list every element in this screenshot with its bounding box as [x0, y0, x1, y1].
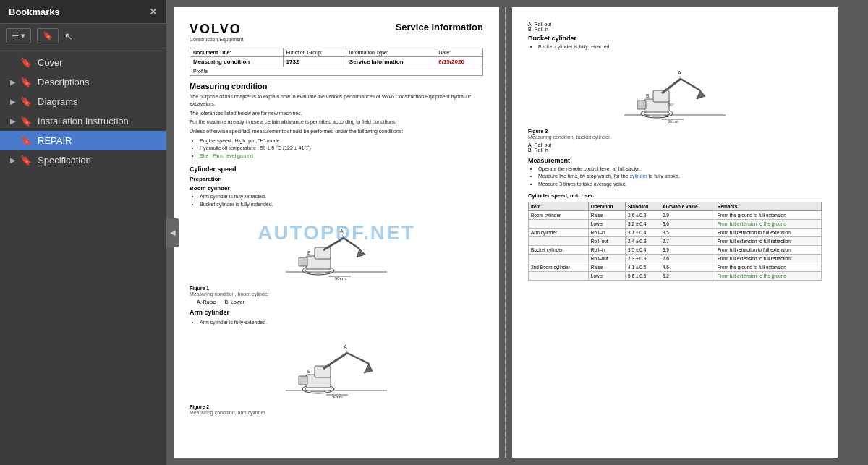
- svg-rect-4: [315, 247, 331, 259]
- cell-standard: 5.6 ± 0.6: [626, 272, 660, 281]
- svg-line-6: [344, 238, 359, 249]
- col-remarks: Remarks: [715, 202, 821, 211]
- bookmark-icon-repair: 🔖: [20, 135, 33, 146]
- measurement-title: Measurement: [528, 157, 822, 164]
- fig3-bottom-labels: A. Roll out B. Roll in: [528, 142, 822, 153]
- svg-text:A: A: [340, 229, 344, 234]
- page-divider: [505, 7, 506, 458]
- sidebar-label-repair: REPAIR: [38, 135, 72, 146]
- bookmark-button[interactable]: 🔖: [37, 28, 59, 43]
- table-body: Boom cylinder Raise 2.6 ± 0.3 2.9 From t…: [529, 211, 822, 281]
- volvo-sub: Construction Equipment: [190, 37, 244, 42]
- expand-arrow-diagrams: ▶: [10, 98, 20, 106]
- col-item: Item: [529, 202, 589, 211]
- measurement-bullets: Operate the remote control lever at full…: [538, 166, 822, 189]
- cell-operation: Raise: [588, 263, 625, 272]
- cell-standard: 3.1 ± 0.4: [626, 229, 660, 237]
- scroll-handle[interactable]: ◀: [166, 218, 179, 247]
- bookmark-icon-diagrams: 🔖: [20, 96, 33, 107]
- cell-item: Boom cylinder: [529, 211, 589, 220]
- page2-label-b: B. Roll in: [528, 27, 822, 32]
- cell-standard: 2.3 ± 0.3: [626, 255, 660, 263]
- sidebar-label-specification: Specification: [38, 155, 91, 166]
- list-icon: ☰: [12, 31, 19, 40]
- boom-bullet-2: Bucket cylinder is fully extended.: [200, 201, 483, 209]
- page2-top-labels: A. Roll out B. Roll in: [528, 22, 822, 32]
- sidebar-item-specification[interactable]: ▶ 🔖 Specification: [0, 150, 166, 170]
- cell-allowable: 3.6: [660, 220, 715, 229]
- expand-all-button[interactable]: ☰▾: [6, 28, 31, 43]
- bookmark-icon-installation: 🔖: [20, 116, 33, 127]
- condition-3: Site : Firm, level ground: [200, 153, 483, 161]
- boom-cylinder-title: Boom cylinder: [190, 185, 483, 192]
- sidebar-item-repair[interactable]: 🔖 REPAIR: [0, 131, 166, 150]
- expand-arrow-specification: ▶: [10, 156, 20, 164]
- pages-container[interactable]: AUTOPDF.NET VOLVO Construction Equipment…: [166, 0, 868, 465]
- close-icon[interactable]: ✕: [149, 6, 158, 17]
- cell-allowable: 6.2: [660, 272, 715, 281]
- cell-standard: 2.4 ± 0.3: [626, 237, 660, 246]
- section-title-measuring: Measuring condition: [190, 82, 483, 90]
- svg-text:B: B: [307, 369, 311, 374]
- arm-cylinder-title: Arm cylinder: [190, 309, 483, 316]
- sidebar-label-installation: Installation Instruction: [38, 116, 129, 127]
- cell-allowable: 2.9: [660, 211, 715, 220]
- sidebar-item-diagrams[interactable]: ▶ 🔖 Diagrams: [0, 92, 166, 111]
- svg-text:B: B: [646, 93, 650, 98]
- sidebar-item-descriptions[interactable]: ▶ 🔖 Descriptions: [0, 72, 166, 92]
- figure3-title: Figure 3: [528, 129, 822, 134]
- cell-operation: Roll–in: [588, 246, 625, 255]
- doc-title-label: Document Title:: [190, 48, 284, 57]
- figure3-caption: Measuring condition, bucket cylinder: [528, 135, 822, 140]
- col-operation: Operation: [588, 202, 625, 211]
- table-row: Lower 3.2 ± 0.4 3.6 From full extension …: [529, 220, 822, 229]
- figure2-svg: A B 50cm: [278, 331, 394, 400]
- main-content: ◀ AUTOPDF.NET VOLVO Construction Equipme…: [166, 0, 868, 465]
- cell-item: Bucket cylinder: [529, 246, 589, 255]
- cell-item: [529, 237, 589, 246]
- svg-text:A: A: [344, 344, 347, 349]
- svg-rect-17: [315, 366, 331, 377]
- table-title: Cylinder speed, unit : sec: [528, 192, 822, 199]
- function-group-value: 1732: [283, 57, 346, 67]
- condition-1: Engine speed : High rpm, "H" mode: [200, 137, 483, 145]
- cell-allowable: 3.9: [660, 246, 715, 255]
- volvo-brand: VOLVO Construction Equipment: [190, 22, 244, 42]
- svg-line-32: [681, 79, 700, 90]
- cell-item: 2nd Boom cylinder: [529, 263, 589, 272]
- svg-text:50cm: 50cm: [668, 119, 678, 124]
- cell-standard: 3.5 ± 0.4: [626, 246, 660, 255]
- service-info-title: Service Information: [396, 22, 483, 33]
- sidebar-title: Bookmarks: [9, 7, 60, 17]
- bookmark-icon-cover: 🔖: [20, 57, 33, 68]
- fig1-label-a: A. Raise: [197, 299, 216, 304]
- sidebar-item-installation[interactable]: ▶ 🔖 Installation Instruction: [0, 111, 166, 131]
- cell-item: Arm cylinder: [529, 229, 589, 237]
- cell-standard: 4.1 ± 0.5: [626, 263, 660, 272]
- col-allowable: Allowable value: [660, 202, 715, 211]
- fig1-labels: A. Raise B. Lower: [197, 299, 483, 304]
- sidebar-item-cover[interactable]: 🔖 Cover: [0, 53, 166, 72]
- bucket-bullets: Bucket cylinder is fully retracted.: [538, 43, 822, 51]
- intro-text-3: For the machine already in use a certain…: [190, 119, 483, 126]
- bookmark-nav-icon: 🔖: [43, 31, 53, 40]
- fig1-label-b: B. Lower: [224, 299, 244, 304]
- sidebar-header: Bookmarks ✕: [0, 0, 166, 24]
- page-1: AUTOPDF.NET VOLVO Construction Equipment…: [174, 7, 499, 458]
- profile-label: Profile:: [190, 67, 483, 76]
- page-2: A. Roll out B. Roll in Bucket cylinder B…: [512, 7, 838, 458]
- date-value: 6/15/2020: [435, 57, 483, 67]
- meas-bullet-3: Measure 3 times to take average value.: [538, 181, 822, 189]
- cell-allowable: 2.6: [660, 255, 715, 263]
- sidebar: Bookmarks ✕ ☰▾ 🔖 ↖ 🔖 Cover ▶ 🔖 Descripti…: [0, 0, 166, 465]
- arm-bullet-1: Arm cylinder is fully extended.: [200, 319, 483, 327]
- intro-text-1: The purpose of this chapter is to explai…: [190, 93, 483, 108]
- info-type-label: Information Type:: [346, 48, 435, 57]
- cell-operation: Raise: [588, 211, 625, 220]
- intro-text-4: Unless otherwise specified, measurements…: [190, 128, 483, 135]
- svg-rect-20: [299, 376, 307, 385]
- expand-arrow-descriptions: ▶: [10, 78, 20, 86]
- page2-label-a: A. Roll out: [528, 22, 822, 27]
- page1-header: VOLVO Construction Equipment Service Inf…: [190, 22, 483, 42]
- condition-2: Hydraulic oil temperature : 50 ± 5 °C (1…: [200, 145, 483, 153]
